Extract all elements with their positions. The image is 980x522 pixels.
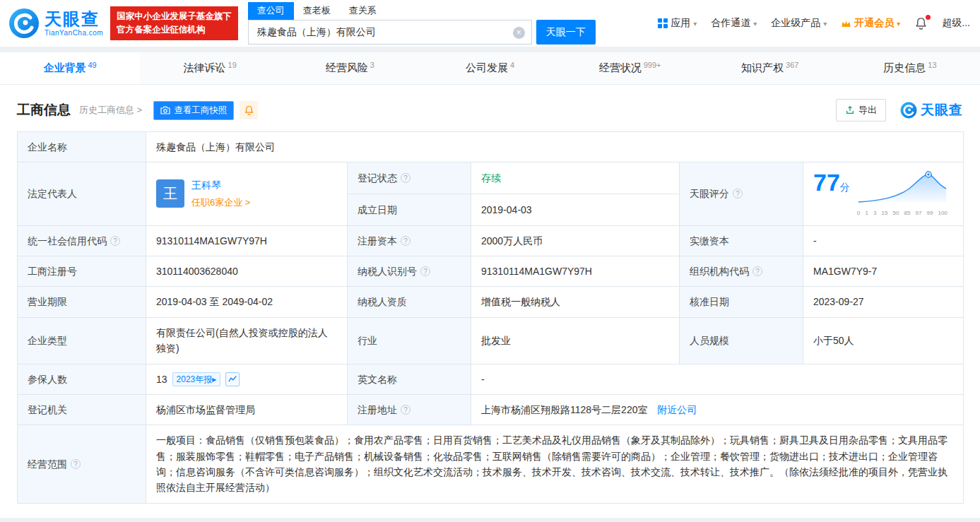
help-icon[interactable]: ? — [71, 459, 81, 469]
watermark-label: 天眼查 — [921, 101, 963, 119]
field-authority-label: 登记机关 — [18, 394, 146, 425]
search-button[interactable]: 天眼一下 — [536, 20, 596, 45]
field-score-value: 77分 0131550859799100 — [803, 162, 964, 225]
snapshot-button-label: 查看工商快照 — [174, 105, 227, 117]
score-axis: 0131550859799100 — [857, 209, 947, 218]
nav-super-vip[interactable]: 超级... — [942, 17, 970, 30]
help-icon[interactable]: ? — [752, 266, 762, 276]
field-org-code-value: MA1GW7Y9-7 — [803, 256, 964, 286]
field-authority-value: 杨浦区市场监督管理局 — [146, 394, 348, 425]
tab-intellectual-property[interactable]: 知识产权367 — [700, 52, 840, 84]
legal-rep-name-link[interactable]: 王科琴 — [191, 177, 250, 193]
field-industry-value: 批发业 — [471, 317, 680, 364]
tab-operation-risk[interactable]: 经营风险3 — [280, 52, 420, 84]
field-company-name-value: 殊趣食品（上海）有限公司 — [146, 132, 964, 162]
legal-rep-avatar[interactable]: 王 — [156, 179, 184, 208]
score-curve-chart: 0131550859799100 — [857, 170, 947, 218]
annual-report-tag[interactable]: 2023年报▸ — [172, 372, 221, 386]
tab-count: 19 — [228, 61, 237, 69]
field-company-name-label: 企业名称 — [18, 132, 146, 162]
tab-label: 法律诉讼 — [184, 61, 226, 75]
field-staff-size-label: 人员规模 — [680, 317, 803, 364]
field-insured-value: 13 2023年报▸ — [146, 364, 348, 394]
search-block: 查公司 查老板 查关系 × 天眼一下 — [248, 2, 596, 45]
field-reg-capital-value: 2000万人民币 — [471, 225, 680, 256]
apps-grid-icon — [658, 18, 668, 28]
field-taxpayer-quality-label: 纳税人资质 — [348, 287, 471, 317]
search-tab-relation[interactable]: 查关系 — [340, 2, 386, 20]
field-scope-value: 一般项目：食品销售（仅销售预包装食品）；食用农产品零售；日用百货销售；工艺美术品… — [146, 425, 964, 504]
tianyancha-eye-icon — [8, 8, 40, 39]
chevron-down-icon: ▾ — [823, 20, 827, 28]
crown-icon — [841, 19, 851, 28]
tab-label: 历史信息 — [883, 61, 926, 75]
field-taxpayer-id-value: 91310114MA1GW7Y97H — [471, 256, 680, 286]
business-info-section-head: 工商信息 历史工商信息 > 查看工商快照 导出 天眼查 — [17, 99, 963, 121]
field-est-date-label: 成立日期 — [348, 194, 471, 225]
help-icon[interactable]: ? — [401, 405, 411, 415]
field-score-label: 天眼评分? — [680, 162, 803, 225]
score-unit: 分 — [840, 182, 850, 193]
nav-apps[interactable]: 应用 ▾ — [658, 17, 697, 30]
notification-dot — [926, 15, 931, 20]
camera-icon — [160, 106, 170, 114]
field-insured-label: 参保人数 — [18, 364, 146, 394]
tab-company-development[interactable]: 公司发展4 — [420, 52, 560, 84]
export-button[interactable]: 导出 — [836, 99, 886, 121]
search-tab-company[interactable]: 查公司 — [248, 2, 294, 20]
field-est-date-value: 2019-04-03 — [471, 194, 680, 225]
nav-super-vip-label: 超级... — [942, 17, 970, 30]
field-taxpayer-quality-value: 增值税一般纳税人 — [471, 287, 680, 317]
company-tab-bar: 企业背景49 法律诉讼19 经营风险3 公司发展4 经营状况999+ 知识产权3… — [0, 52, 980, 85]
search-input[interactable] — [249, 20, 531, 44]
tab-operation-status[interactable]: 经营状况999+ — [560, 52, 700, 84]
field-company-type-label: 企业类型 — [18, 317, 146, 364]
export-icon — [845, 105, 855, 115]
monitor-bell-icon[interactable] — [240, 101, 258, 119]
nav-open-membership[interactable]: 开通会员 ▾ — [841, 17, 900, 30]
nearby-companies-link[interactable]: 附近公司 — [657, 404, 697, 415]
tab-history-info[interactable]: 历史信息13 — [840, 52, 980, 84]
tab-company-background[interactable]: 企业背景49 — [0, 52, 140, 84]
section-title: 工商信息 — [17, 101, 71, 119]
field-taxpayer-id-label: 纳税人识别号? — [348, 256, 471, 286]
insured-trend-icon[interactable] — [225, 372, 240, 386]
clear-icon[interactable]: × — [513, 27, 525, 39]
help-icon[interactable]: ? — [110, 236, 120, 246]
tab-count: 367 — [786, 61, 798, 69]
chevron-down-icon: ▾ — [753, 20, 757, 28]
field-english-name-label: 英文名称 — [348, 364, 471, 394]
tab-legal-proceedings[interactable]: 法律诉讼19 — [140, 52, 280, 84]
field-reg-status-label: 登记状态? — [348, 162, 471, 194]
field-address-label: 注册地址? — [348, 394, 471, 425]
status-badge: 存续 — [481, 172, 501, 184]
nav-cooperation[interactable]: 合作通道 ▾ — [711, 17, 757, 30]
field-legal-rep-label: 法定代表人 — [18, 162, 146, 225]
help-icon[interactable]: ? — [420, 266, 430, 276]
export-button-label: 导出 — [858, 104, 877, 117]
tab-count: 3 — [370, 61, 374, 69]
search-tab-boss[interactable]: 查老板 — [294, 2, 340, 20]
field-term-value: 2019-04-03 至 2049-04-02 — [146, 287, 348, 317]
tianyancha-logo[interactable]: 天眼查 TianYanCha.com — [8, 8, 103, 39]
help-icon[interactable]: ? — [733, 189, 743, 198]
header-divider — [0, 47, 980, 52]
logo-subtitle: TianYanCha.com — [45, 29, 103, 37]
top-nav: 应用 ▾ 合作通道 ▾ 企业级产品 ▾ 开通会员 ▾ 超级... — [658, 17, 970, 30]
field-credit-code-value: 91310114MA1GW7Y97H — [146, 225, 348, 256]
page-bottom-strip — [0, 518, 980, 522]
notification-bell[interactable] — [914, 17, 928, 30]
field-legal-rep-value: 王 王科琴 任职6家企业 > — [146, 162, 348, 225]
help-icon[interactable]: ? — [401, 236, 411, 246]
tianyancha-eye-icon — [900, 102, 917, 119]
nav-enterprise-products[interactable]: 企业级产品 ▾ — [771, 17, 827, 30]
tab-count: 999+ — [644, 61, 661, 69]
help-icon[interactable]: ? — [401, 173, 411, 183]
field-org-code-label: 组织机构代码? — [680, 256, 803, 286]
tab-count: 13 — [928, 61, 936, 69]
legal-rep-positions-link[interactable]: 任职6家企业 > — [191, 196, 250, 210]
field-approval-date-value: 2023-09-27 — [803, 287, 964, 317]
history-business-info-link[interactable]: 历史工商信息 > — [79, 104, 142, 117]
snapshot-button[interactable]: 查看工商快照 — [153, 101, 234, 120]
nav-open-membership-label: 开通会员 — [854, 17, 894, 30]
